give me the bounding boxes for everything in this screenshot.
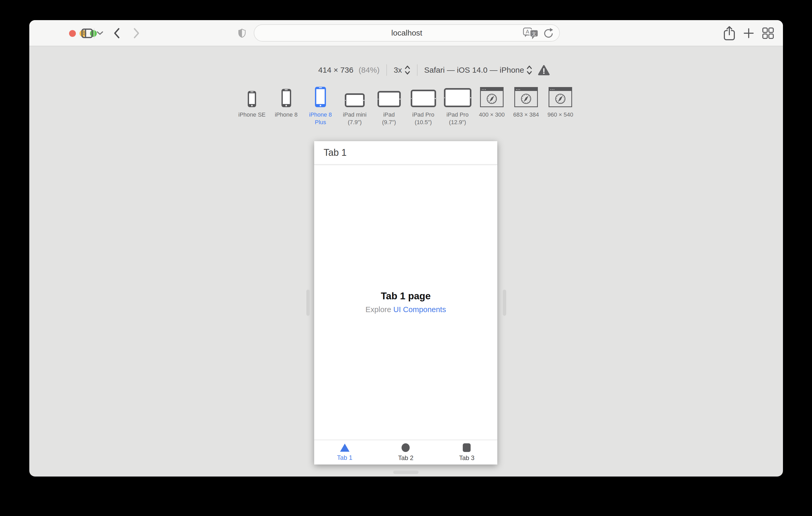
resize-handle-left[interactable] xyxy=(306,290,310,316)
browser-window-icon xyxy=(549,87,572,107)
user-agent-selector[interactable]: Safari — iOS 14.0 — iPhone xyxy=(424,65,532,75)
browser-window-icon xyxy=(480,87,503,107)
browser-window-icon xyxy=(514,87,538,107)
device-custom-683x384[interactable]: 683 × 384 xyxy=(509,85,543,126)
ui-components-link[interactable]: UI Components xyxy=(393,305,446,314)
page-title: Tab 1 page xyxy=(381,291,431,302)
zoom-percent-label: (84%) xyxy=(359,66,380,74)
pixel-ratio-value: 3x xyxy=(394,66,402,74)
device-iphone-se[interactable]: iPhone SE xyxy=(235,85,269,126)
stepper-chevrons-icon xyxy=(405,65,410,75)
page-nav-bar: Tab 1 xyxy=(314,141,497,165)
settings-divider xyxy=(386,64,387,76)
page-tab-bar: Tab 1 Tab 2 Tab 3 xyxy=(314,440,497,464)
share-icon[interactable] xyxy=(723,26,735,41)
device-iphone-8[interactable]: iPhone 8 xyxy=(269,85,303,126)
device-iphone-8-plus[interactable]: iPhone 8Plus xyxy=(303,85,338,126)
device-ipad-pro-12[interactable]: iPad Pro(12.9") xyxy=(440,85,475,126)
svg-text:A: A xyxy=(526,29,529,34)
page-content: Tab 1 page Explore UI Components xyxy=(314,165,497,440)
simulator-settings-bar: 414 × 736 (84%) 3x Safari — iOS 14.0 — i… xyxy=(57,63,783,78)
privacy-shield-icon[interactable] xyxy=(237,20,246,46)
responsive-design-canvas: 414 × 736 (84%) 3x Safari — iOS 14.0 — i… xyxy=(29,46,783,477)
device-ipad-pro-10[interactable]: iPad Pro(10.5") xyxy=(406,85,440,126)
iphone-8-plus-icon xyxy=(315,87,326,107)
browser-toolbar: localhost A 文 xyxy=(29,20,783,46)
chevron-down-icon[interactable] xyxy=(96,20,104,46)
back-icon[interactable] xyxy=(112,20,121,46)
ipad-icon xyxy=(377,91,401,107)
forward-icon[interactable] xyxy=(132,20,141,46)
warning-icon[interactable] xyxy=(538,65,550,75)
sidebar-toggle-icon[interactable] xyxy=(81,20,93,46)
circle-icon xyxy=(402,443,410,452)
screen: localhost A 文 xyxy=(0,0,812,516)
viewport-size-label: 414 × 736 xyxy=(318,66,353,74)
tab-2[interactable]: Tab 2 xyxy=(375,440,436,464)
nav-title: Tab 1 xyxy=(324,147,347,158)
toolbar-divider xyxy=(94,29,94,38)
simulated-device-viewport: Tab 1 Tab 1 page Explore UI Components T… xyxy=(314,141,497,464)
device-ipad[interactable]: iPad(9.7") xyxy=(372,85,406,126)
url-text: localhost xyxy=(254,25,559,41)
reload-icon[interactable] xyxy=(543,27,554,39)
tab-1[interactable]: Tab 1 xyxy=(314,440,375,464)
safari-compass-icon xyxy=(486,93,498,105)
address-bar[interactable]: localhost A 文 xyxy=(254,24,560,41)
new-tab-icon[interactable] xyxy=(743,28,754,39)
ipad-pro-12-icon xyxy=(444,88,471,107)
resize-handle-bottom[interactable] xyxy=(393,471,418,474)
page-subtitle: Explore UI Components xyxy=(366,305,446,314)
ipad-pro-10-icon xyxy=(411,90,436,107)
stepper-chevrons-icon xyxy=(527,65,532,75)
safari-compass-icon xyxy=(520,93,532,105)
ipad-mini-icon xyxy=(345,93,365,107)
svg-text:文: 文 xyxy=(532,31,536,36)
close-window-button[interactable] xyxy=(69,30,76,37)
device-custom-400x300[interactable]: 400 × 300 xyxy=(475,85,509,126)
square-icon xyxy=(463,443,471,452)
tab-3[interactable]: Tab 3 xyxy=(436,440,497,464)
translate-icon[interactable]: A 文 xyxy=(523,26,539,40)
pixel-ratio-stepper[interactable]: 3x xyxy=(394,65,410,75)
iphone-8-icon xyxy=(282,89,291,107)
iphone-se-icon xyxy=(248,91,256,107)
safari-window: localhost A 文 xyxy=(29,20,783,477)
triangle-icon xyxy=(340,444,349,452)
safari-compass-icon xyxy=(554,93,567,105)
tab-overview-icon[interactable] xyxy=(762,27,774,39)
resize-handle-right[interactable] xyxy=(503,290,506,316)
device-ipad-mini[interactable]: iPad mini(7.9") xyxy=(338,85,372,126)
device-selector-strip: iPhone SE iPhone 8 iPhone 8Plus iPad min… xyxy=(29,85,783,126)
user-agent-value: Safari — iOS 14.0 — iPhone xyxy=(424,66,524,74)
device-custom-960x540[interactable]: 960 × 540 xyxy=(543,85,578,126)
settings-divider xyxy=(417,64,417,76)
